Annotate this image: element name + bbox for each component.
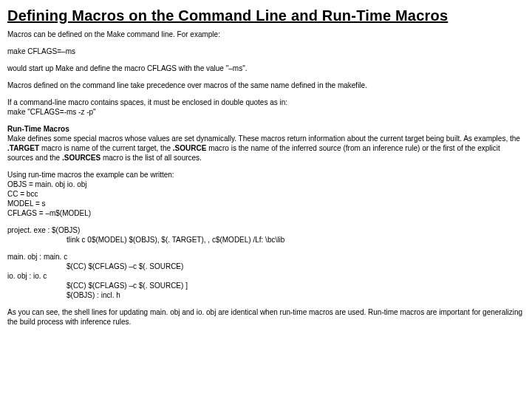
code-block-2: project. exe : $(OBJS) tlink c 0$(MODEL)… — [7, 225, 525, 245]
para-3: Macros defined on the command line take … — [7, 81, 525, 90]
para-7: As you can see, the shell lines for upda… — [7, 307, 525, 327]
code-line: $(CC) $(CFLAGS) –c $(. SOURCE) ] — [7, 281, 525, 290]
code-line: main. obj : main. c — [7, 252, 525, 262]
runtime-block: Run-Time Macros Make defines some specia… — [7, 124, 525, 163]
code-line: io. obj : io. c — [7, 271, 525, 281]
code-example-1: make CFLAGS=–ms — [7, 47, 525, 56]
code-block-1: Using run-time macros the example can be… — [7, 170, 525, 218]
page-title: Defining Macros on the Command Line and … — [7, 6, 525, 25]
para-6a: Using run-time macros the example can be… — [7, 170, 525, 180]
subheading-runtime: Run-Time Macros — [7, 125, 69, 133]
para-4-block: If a command-line macro contains spaces,… — [7, 98, 525, 117]
para-4a: If a command-line macro contains spaces,… — [7, 98, 525, 107]
code-line: $(OBJS) : incl. h — [7, 290, 525, 300]
intro-para: Macros can be defined on the Make comman… — [7, 30, 525, 39]
para-5: Make defines some special macros whose v… — [7, 134, 520, 162]
code-line: $(CC) $(CFLAGS) –c $(. SOURCE) — [7, 262, 525, 271]
para-4b: make "CFLAGS=-ms -z -p" — [7, 107, 525, 117]
code-block-3: main. obj : main. c$(CC) $(CFLAGS) –c $(… — [7, 252, 525, 300]
para-2: would start up Make and define the macro… — [7, 64, 525, 73]
